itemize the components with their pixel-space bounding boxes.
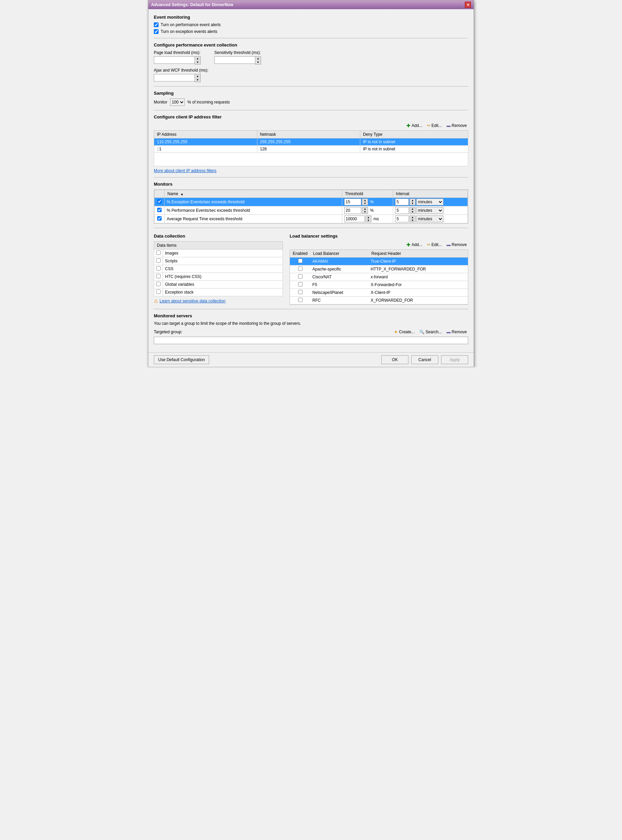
table-row[interactable]: Average Request Time exceeds threshold ▲… [154, 215, 468, 223]
page-load-up[interactable]: ▲ [195, 57, 200, 61]
table-row[interactable]: AKAMAI True-Client-IP [290, 257, 468, 265]
threshold-input[interactable] [344, 207, 361, 214]
bottom-bar: Use Default Configuration OK Cancel Appl… [148, 352, 474, 367]
ip-edit-button[interactable]: ✏ Edit... [426, 123, 444, 129]
table-row[interactable]: F5 X-Forwarded-For [290, 281, 468, 289]
netmask-col-header: Netmask [257, 131, 360, 138]
interval-input[interactable] [395, 216, 409, 222]
use-default-button[interactable]: Use Default Configuration [154, 355, 209, 364]
event-monitoring-title: Event monitoring [154, 15, 468, 20]
lb-enabled-check[interactable] [298, 298, 302, 302]
ajax-input[interactable]: 5000 [154, 74, 195, 81]
interval-down[interactable]: ▼ [410, 210, 415, 213]
interval-input[interactable] [395, 207, 409, 214]
lb-header-cell: X-Client-IP [369, 289, 468, 297]
divider-1 [154, 38, 468, 38]
table-row[interactable]: ::1 128 IP is not in subnet [154, 146, 468, 153]
create-button[interactable]: ✦ Create... [392, 329, 416, 335]
ip-add-button[interactable]: ✚ Add... [405, 122, 423, 129]
sensitivity-input[interactable]: 3000 [214, 56, 255, 64]
threshold-input[interactable] [344, 199, 361, 205]
monitor-interval-cell: ▲ ▼ minutes hours days [393, 206, 468, 215]
table-row[interactable]: RFC X_FORWARDED_FOR [290, 297, 468, 304]
lb-enabled-check[interactable] [298, 282, 302, 286]
sensitive-link[interactable]: Learn about sensitive data collection [160, 299, 226, 303]
monitor-row-check[interactable] [157, 216, 162, 221]
threshold-up[interactable]: ▲ [366, 216, 371, 219]
monitor-name-cell: % Performance Events/sec exceeds thresho… [165, 206, 342, 215]
table-row[interactable]: Cisco/NAT x-forward [290, 273, 468, 281]
netmask-cell: 255.255.255.255 [257, 138, 360, 146]
interval-down[interactable]: ▼ [410, 202, 415, 205]
threshold-up[interactable]: ▲ [362, 207, 368, 210]
table-row[interactable]: 110.255.255.255 255.255.255.255 IP is no… [154, 138, 468, 146]
threshold-up[interactable]: ▲ [362, 199, 368, 202]
interval-unit-select[interactable]: minutes hours days [416, 216, 444, 222]
ok-button[interactable]: OK [381, 355, 409, 364]
cancel-button[interactable]: Cancel [411, 355, 438, 364]
ajax-spinbox: 5000 ▲ ▼ [154, 74, 468, 82]
interval-up[interactable]: ▲ [410, 216, 415, 219]
deny-cell: IP is not in subnet [360, 146, 468, 153]
interval-up[interactable]: ▲ [410, 207, 415, 210]
ajax-down[interactable]: ▼ [195, 78, 200, 82]
interval-input[interactable] [395, 199, 409, 205]
monitors-name-col[interactable]: Name ▲ [165, 190, 342, 198]
lb-add-button[interactable]: ✚ Add... [405, 241, 423, 248]
scripts-checkbox[interactable] [156, 258, 161, 263]
lb-enabled-check[interactable] [298, 266, 302, 271]
monitor-select[interactable]: 100 50 25 10 [170, 99, 185, 106]
table-row[interactable]: Netscape/iPlanet X-Client-IP [290, 289, 468, 297]
apply-button[interactable]: Apply [441, 355, 468, 364]
ip-more-link[interactable]: More about client IP address filters [154, 168, 216, 173]
lb-edit-button[interactable]: ✏ Edit... [426, 242, 444, 248]
page-load-down[interactable]: ▼ [195, 61, 200, 64]
interval-unit-select[interactable]: minutes hours days [416, 207, 444, 214]
ip-remove-button[interactable]: ▬ Remove [445, 123, 468, 129]
page-load-group: Page load threshold (ms): 15000 ▲ ▼ [154, 50, 201, 64]
page-load-input[interactable]: 15000 [154, 56, 195, 64]
main-window: Advanced Settings: Default for DinnerNow… [148, 0, 474, 367]
server-toolbar: ✦ Create... 🔍 Search... ▬ Remove [392, 329, 468, 335]
interval-unit-select[interactable]: minutes hours days [416, 199, 444, 205]
ip-cell: 110.255.255.255 [154, 138, 258, 146]
table-row[interactable]: Apache-specific HTTP_X_FORWARDED_FOR [290, 265, 468, 273]
data-collection-col: Data collection Data Items Images [154, 232, 283, 305]
images-checkbox[interactable] [156, 251, 161, 255]
interval-up[interactable]: ▲ [410, 199, 415, 202]
close-button[interactable]: ✕ [465, 2, 471, 8]
lb-header-cell: HTTP_X_FORWARDED_FOR [369, 265, 468, 273]
global-checkbox[interactable] [156, 282, 161, 286]
threshold-input[interactable] [344, 216, 364, 222]
search-button[interactable]: 🔍 Search... [418, 329, 443, 335]
data-item-row: Global variables [154, 281, 283, 289]
htc-label: HTC (requires CSS) [163, 273, 283, 281]
data-item-row: Scripts [154, 257, 283, 265]
lb-enabled-check[interactable] [298, 274, 302, 278]
threshold-down[interactable]: ▼ [366, 219, 371, 222]
sensitivity-spinbox: 3000 ▲ ▼ [214, 56, 261, 64]
performance-alerts-checkbox[interactable] [154, 23, 159, 27]
threshold-down[interactable]: ▼ [362, 202, 368, 205]
server-remove-button[interactable]: ▬ Remove [445, 329, 468, 335]
css-checkbox[interactable] [156, 266, 161, 271]
exception-checkbox[interactable] [156, 289, 161, 294]
global-label: Global variables [163, 281, 283, 289]
table-row[interactable]: % Performance Events/sec exceeds thresho… [154, 206, 468, 215]
exception-alerts-checkbox[interactable] [154, 29, 159, 34]
lb-remove-button[interactable]: ▬ Remove [445, 242, 468, 248]
targeted-group-input[interactable] [154, 337, 468, 344]
htc-checkbox[interactable] [156, 274, 161, 278]
interval-down[interactable]: ▼ [410, 219, 415, 222]
monitor-row-check[interactable] [157, 199, 162, 204]
threshold-down[interactable]: ▼ [362, 210, 368, 213]
table-row[interactable]: % Exception Events/sec exceeds threshold… [154, 198, 468, 206]
ajax-up[interactable]: ▲ [195, 74, 200, 78]
lb-enabled-check[interactable] [298, 259, 302, 263]
sensitivity-up[interactable]: ▲ [255, 57, 261, 61]
ip-toolbar: ✚ Add... ✏ Edit... ▬ Remove [154, 122, 468, 129]
lb-enabled-check[interactable] [298, 290, 302, 294]
monitor-threshold-cell: ▲ ▼ ms [342, 215, 393, 223]
sensitivity-down[interactable]: ▼ [255, 61, 261, 64]
monitor-row-check[interactable] [157, 208, 162, 212]
